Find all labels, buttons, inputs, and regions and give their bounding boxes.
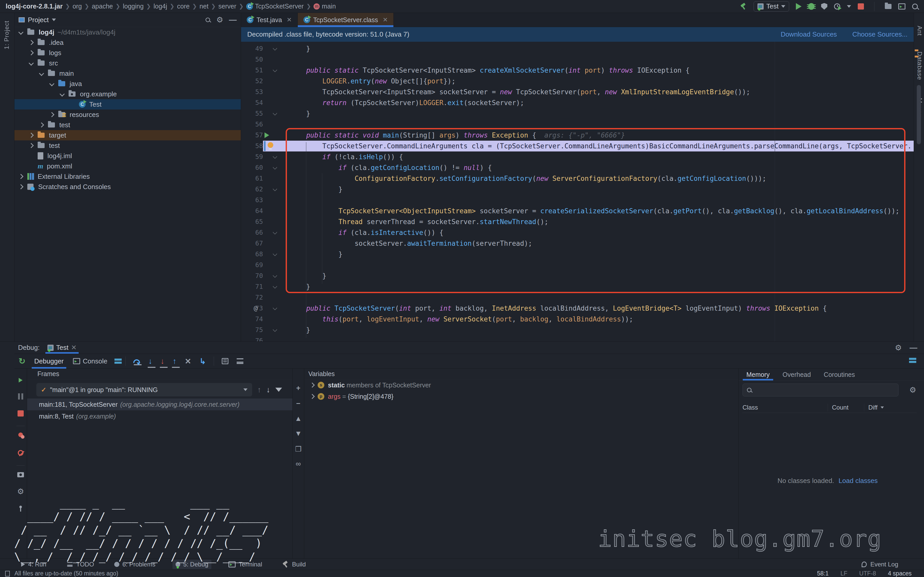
step-into-icon[interactable]: ↓ xyxy=(148,357,152,366)
code-line-54[interactable]: 54 return (TcpSocketServer)LOGGER.exit(s… xyxy=(241,97,914,108)
breadcrumb-item[interactable]: log4j xyxy=(153,3,167,10)
column-diff[interactable]: Diff xyxy=(864,404,884,411)
project-panel-header[interactable]: Project ⚙ — xyxy=(15,13,241,27)
fold-marker-icon[interactable] xyxy=(273,273,277,278)
code-line-75[interactable]: 75 } xyxy=(241,324,914,335)
view-options-icon[interactable] xyxy=(237,358,243,364)
step-over-icon[interactable] xyxy=(133,359,140,363)
chevron-collapsed-icon[interactable] xyxy=(39,122,44,127)
tree-item-resources[interactable]: resources xyxy=(15,110,241,120)
debugger-settings-icon[interactable]: ⚙ xyxy=(17,488,24,495)
sidebar-item-project[interactable]: 1: Project xyxy=(3,21,10,49)
stop-button[interactable] xyxy=(858,3,864,10)
fold-marker-icon[interactable] xyxy=(273,111,277,115)
move-down-icon[interactable]: ▼ xyxy=(295,429,302,438)
tool-window-button-build[interactable]: Build xyxy=(279,560,309,569)
event-log-button[interactable]: Event Log xyxy=(862,561,906,568)
column-count[interactable]: Count xyxy=(828,404,864,411)
breadcrumb-item[interactable]: logging xyxy=(123,3,144,10)
editor-scrollbar[interactable] xyxy=(917,85,921,144)
tree-item-external-libraries[interactable]: External Libraries xyxy=(15,171,241,182)
code-line-53[interactable]: 53 TcpSocketServer<InputStream> socketSe… xyxy=(241,87,914,97)
status-item-1[interactable]: LF xyxy=(840,570,847,577)
chevron-expanded-icon[interactable] xyxy=(60,92,65,97)
infinity-icon[interactable]: ∞ xyxy=(296,460,301,468)
chevron-collapsed-icon[interactable] xyxy=(29,143,34,148)
drop-frame-icon[interactable]: ✕ xyxy=(184,357,191,366)
coverage-button[interactable] xyxy=(821,3,827,10)
code-line-68[interactable]: 68 } xyxy=(241,249,914,259)
tree-item-src[interactable]: src xyxy=(15,58,241,68)
code-line-69[interactable]: 69 xyxy=(241,259,914,271)
intention-bulb-icon[interactable] xyxy=(268,142,273,148)
duplicate-icon[interactable]: ❐ xyxy=(295,445,301,453)
column-class[interactable]: Class xyxy=(743,404,827,411)
fold-marker-icon[interactable] xyxy=(273,251,277,256)
rerun-icon[interactable]: ↻ xyxy=(19,356,26,366)
frame-row[interactable]: main:181, TcpSocketServer(org.apache.log… xyxy=(27,398,292,410)
code-line-56[interactable]: 56 xyxy=(241,119,914,130)
tab-debugger[interactable]: Debugger xyxy=(30,354,68,369)
tree-item-target[interactable]: target xyxy=(15,130,241,140)
code-line-72[interactable]: 72 xyxy=(241,292,914,303)
thread-dump-icon[interactable] xyxy=(17,472,24,477)
close-icon[interactable]: ✕ xyxy=(383,16,388,23)
remove-watch-icon[interactable]: − xyxy=(296,400,300,408)
debug-settings-gear-icon[interactable]: ⚙ xyxy=(895,344,902,351)
run-button[interactable] xyxy=(796,3,801,10)
memory-search-input[interactable] xyxy=(743,384,898,396)
code-line-57[interactable]: 57 public static void main(String[] args… xyxy=(241,130,914,141)
choose-sources-link[interactable]: Choose Sources... xyxy=(852,31,908,39)
code-editor[interactable]: 49 }5051 public static TcpSocketServer<I… xyxy=(241,42,914,341)
tree-item-test[interactable]: test xyxy=(15,140,241,151)
memory-settings-gear-icon[interactable]: ⚙ xyxy=(909,386,916,394)
fold-marker-icon[interactable] xyxy=(273,306,277,310)
tree-item-java[interactable]: java xyxy=(15,79,241,89)
code-line-76[interactable]: 76 xyxy=(241,335,914,341)
breadcrumb-item[interactable]: apache xyxy=(92,3,113,10)
hide-panel-icon[interactable]: — xyxy=(229,15,237,24)
run-method-icon[interactable] xyxy=(265,132,269,138)
code-line-73[interactable]: 73@ public TcpSocketServer(int port, int… xyxy=(241,303,914,314)
step-out-icon[interactable]: ↑ xyxy=(173,357,176,366)
chevron-expanded-icon[interactable] xyxy=(49,81,54,86)
tree-item--idea[interactable]: .idea xyxy=(15,37,241,48)
editor-tab-tcpsocketserver-class[interactable]: CTcpSocketServer.class✕ xyxy=(298,13,394,27)
code-line-70[interactable]: 70 } xyxy=(241,271,914,281)
breadcrumb-item[interactable]: server xyxy=(218,3,236,10)
breadcrumb-item[interactable]: core xyxy=(177,3,190,10)
code-line-59[interactable]: 59 if (!cla.isHelp()) { xyxy=(241,152,914,162)
filter-funnel-icon[interactable] xyxy=(275,388,282,392)
variables-row-args[interactable]: p args = {String[2]@478} xyxy=(304,391,738,402)
code-line-51[interactable]: 51 public static TcpSocketServer<InputSt… xyxy=(241,65,914,76)
run-config-selector[interactable]: Test xyxy=(754,1,789,11)
tab-coroutines[interactable]: Coroutines xyxy=(821,369,858,380)
tree-item-test[interactable]: test xyxy=(15,120,241,130)
chevron-collapsed-icon[interactable] xyxy=(29,50,34,55)
view-breakpoints-icon[interactable] xyxy=(18,432,23,437)
resume-icon[interactable] xyxy=(19,376,23,384)
code-line-66[interactable]: 66 if (cla.isInteractive()) { xyxy=(241,227,914,238)
pin-icon[interactable] xyxy=(19,506,22,508)
run-to-cursor-icon[interactable]: ↳ xyxy=(200,357,206,366)
code-line-63[interactable]: 63 xyxy=(241,195,914,206)
chevron-expanded-icon[interactable] xyxy=(29,61,34,66)
code-line-65[interactable]: 65 Thread serverThread = socketServer.st… xyxy=(241,216,914,227)
layout-icon[interactable] xyxy=(115,358,122,364)
breadcrumb-item[interactable]: TcpSocketServer xyxy=(255,3,304,10)
tool-window-button-4-run[interactable]: 4: Run xyxy=(18,560,50,569)
pause-icon[interactable] xyxy=(18,393,23,400)
code-line-49[interactable]: 49 } xyxy=(241,43,914,54)
tree-item-log4j[interactable]: log4j~/d4m1ts/java/log4j xyxy=(15,27,241,37)
fold-marker-icon[interactable] xyxy=(273,165,277,169)
mute-breakpoints-icon[interactable] xyxy=(18,450,23,456)
debug-button[interactable] xyxy=(808,3,814,10)
code-line-55[interactable]: 55 } xyxy=(241,108,914,119)
close-icon[interactable]: ✕ xyxy=(287,16,292,23)
tab-console[interactable]: Console xyxy=(68,354,112,369)
chevron-expanded-icon[interactable] xyxy=(18,30,23,35)
fold-marker-icon[interactable] xyxy=(273,230,277,234)
search-everywhere-icon[interactable] xyxy=(912,3,918,9)
tree-item-pom-xml[interactable]: mpom.xml xyxy=(15,161,241,171)
add-watch-icon[interactable]: + xyxy=(296,384,300,392)
